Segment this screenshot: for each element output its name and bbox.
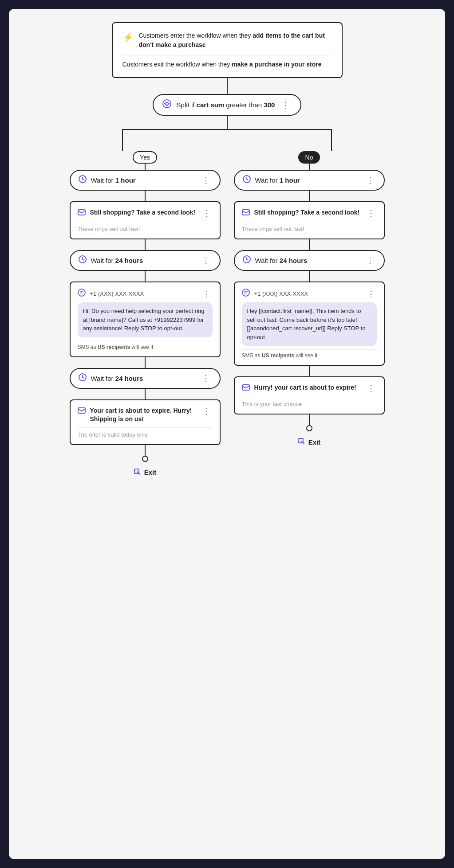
clock-icon-r1 — [243, 175, 251, 185]
left-exit-node: Exit — [134, 468, 157, 477]
svg-rect-16 — [242, 385, 249, 390]
left-wait-1-more[interactable]: ⋮ — [200, 176, 212, 185]
connector-1 — [227, 78, 228, 94]
right-branch: No Wait for 1 hour ⋮ — [234, 151, 385, 477]
trigger-node[interactable]: ⚡ Customers enter the workflow when they… — [112, 22, 343, 78]
right-email-1[interactable]: Still shopping? Take a second look! ⋮ Th… — [234, 201, 385, 239]
right-sms-1[interactable]: +1 (XXX) XXX-XXXX ⋮ Hey [[contact.first_… — [234, 282, 385, 366]
right-email-1-subject: Still shopping? Take a second look! — [254, 208, 360, 217]
right-sms-1-more[interactable]: ⋮ — [365, 289, 377, 299]
left-sms-1-message: Hi! Do you need help selecting your perf… — [78, 302, 213, 337]
clock-icon-r2 — [243, 255, 251, 266]
left-email-1-subject: Still shopping? Take a second look! — [90, 208, 196, 217]
left-sms-1-more[interactable]: ⋮ — [201, 289, 213, 299]
left-branch: Yes Wait for 1 hour ⋮ — [70, 151, 221, 477]
right-email-2[interactable]: Hurry! your cart is about to expire! ⋮ T… — [234, 376, 385, 414]
clock-icon-3 — [79, 373, 87, 383]
right-email-2-preview: This is your last chance — [242, 397, 377, 407]
split-icon — [162, 99, 171, 110]
branch-split-lines — [18, 116, 436, 151]
right-sms-1-recipients: SMS as US recipents will see it — [242, 349, 377, 359]
exit-icon-right — [298, 438, 305, 446]
right-exit-circle — [306, 425, 312, 431]
left-wait-3-more[interactable]: ⋮ — [200, 373, 212, 383]
left-wait-2[interactable]: Wait for 24 hours ⋮ — [70, 250, 221, 271]
svg-rect-8 — [78, 408, 85, 413]
left-email-1-preview: These rings sell out fast! — [78, 222, 213, 232]
left-wait-3-label: Wait for 24 hours — [91, 375, 196, 382]
left-wait-1[interactable]: Wait for 1 hour ⋮ — [70, 170, 221, 191]
left-wait-2-more[interactable]: ⋮ — [200, 256, 212, 266]
right-email-2-subject: Hurry! your cart is about to expire! — [254, 383, 356, 392]
right-wait-2[interactable]: Wait for 24 hours ⋮ — [234, 250, 385, 271]
right-sms-1-phone: +1 (XXX) XXX-XXXX — [254, 290, 308, 297]
bolt-icon: ⚡ — [122, 32, 134, 43]
svg-rect-11 — [242, 210, 249, 215]
clock-icon-1 — [79, 175, 87, 185]
right-wait-2-more[interactable]: ⋮ — [364, 256, 376, 266]
right-email-2-more[interactable]: ⋮ — [365, 383, 377, 393]
split-more-button[interactable]: ⋮ — [280, 100, 292, 110]
email-icon-r1 — [242, 209, 250, 218]
right-exit-label: Exit — [308, 438, 321, 446]
right-email-1-more[interactable]: ⋮ — [365, 208, 377, 218]
svg-point-13 — [242, 289, 249, 296]
email-icon-2 — [78, 407, 86, 416]
workflow-canvas: ⚡ Customers enter the workflow when they… — [9, 9, 445, 859]
left-sms-1[interactable]: +1 (XXX) XXX-XXXX ⋮ Hi! Do you need help… — [70, 282, 221, 357]
svg-rect-2 — [78, 210, 85, 215]
yes-badge: Yes — [133, 151, 157, 164]
right-wait-2-label: Wait for 24 hours — [255, 257, 360, 264]
svg-point-4 — [78, 289, 85, 296]
svg-point-0 — [163, 100, 171, 108]
left-wait-1-label: Wait for 1 hour — [91, 176, 196, 184]
left-wait-3[interactable]: Wait for 24 hours ⋮ — [70, 368, 221, 389]
sms-icon-r1 — [242, 289, 250, 299]
left-email-2[interactable]: Your cart is about to expire. Hurry! Shi… — [70, 399, 221, 445]
left-email-1[interactable]: Still shopping? Take a second look! ⋮ Th… — [70, 201, 221, 239]
left-exit-circle — [142, 456, 148, 462]
trigger-exit-text: Customers exit the workflow when they ma… — [122, 60, 332, 69]
right-wait-1[interactable]: Wait for 1 hour ⋮ — [234, 170, 385, 191]
left-wait-2-label: Wait for 24 hours — [91, 257, 196, 264]
left-email-2-more[interactable]: ⋮ — [201, 407, 213, 416]
left-email-1-more[interactable]: ⋮ — [201, 208, 213, 218]
sms-icon-1 — [78, 289, 86, 299]
split-node[interactable]: Split if cart sum greater than 300 ⋮ — [153, 94, 302, 116]
right-email-1-preview: These rings sell out fast! — [242, 222, 377, 232]
left-exit-label: Exit — [144, 469, 157, 476]
no-badge: No — [298, 151, 320, 164]
right-exit-node: Exit — [298, 438, 321, 446]
exit-icon-left — [134, 468, 141, 477]
left-email-2-subject: Your cart is about to expire. Hurry! Shi… — [90, 407, 201, 424]
right-wait-1-label: Wait for 1 hour — [255, 176, 360, 184]
branch-columns: Yes Wait for 1 hour ⋮ — [18, 151, 436, 477]
right-wait-1-more[interactable]: ⋮ — [364, 176, 376, 185]
left-sms-1-recipients: SMS as US recipents will see it — [78, 341, 213, 350]
left-sms-1-phone: +1 (XXX) XXX-XXXX — [90, 290, 144, 297]
email-icon-1 — [78, 209, 86, 218]
split-label: Split if cart sum greater than 300 — [177, 101, 275, 109]
clock-icon-2 — [79, 255, 87, 266]
left-email-2-preview: The offer is valid today only. — [78, 427, 213, 438]
email-icon-r2 — [242, 384, 250, 393]
trigger-enter-text: Customers enter the workflow when they a… — [139, 31, 332, 50]
right-sms-1-message: Hey [[contact.first_name]], This item te… — [242, 302, 377, 346]
